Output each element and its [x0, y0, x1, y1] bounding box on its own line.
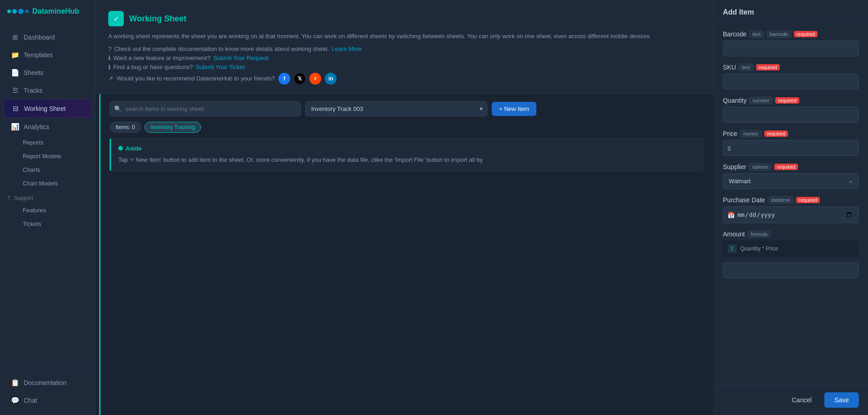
sheet-selector[interactable]: Inventory Track 003: [305, 101, 487, 116]
field-amount-label-row: Amount formula: [723, 230, 859, 238]
quantity-input[interactable]: [723, 107, 859, 123]
sidebar-item-sheets[interactable]: 📄 Sheets: [4, 64, 91, 81]
sidebar-item-label-chart-models: Chart Models: [23, 180, 58, 187]
sidebar-item-label-features: Features: [23, 207, 46, 214]
sidebar-item-dashboard[interactable]: ⊞ Dashboard: [4, 29, 91, 46]
cancel-button[interactable]: Cancel: [783, 392, 820, 408]
sidebar-navigation: ⊞ Dashboard 📁 Templates 📄 Sheets ☰ Track…: [0, 25, 95, 368]
field-sku: SKU text required: [723, 64, 859, 90]
field-price: Price money required $: [723, 130, 859, 156]
add-item-header: Add Item: [714, 0, 868, 23]
sidebar-item-tickets[interactable]: Tickets: [4, 217, 91, 230]
sidebar-item-label-sheets: Sheets: [24, 69, 44, 76]
barcode-input[interactable]: [723, 40, 859, 56]
aside-title-text: Aside: [126, 145, 141, 152]
sidebar-item-chat[interactable]: 💬 Chat: [4, 392, 91, 409]
info-info-icon-1: ℹ: [108, 55, 111, 61]
field-supplier-label-row: Supplier options required: [723, 163, 859, 170]
tag-supplier-required: required: [774, 164, 798, 170]
tag-barcode-barcode: barcode: [767, 30, 791, 38]
info-description: A working sheet represents the sheet you…: [108, 32, 701, 41]
field-amount: Amount formula Σ Quantity * Price: [723, 230, 859, 278]
price-input[interactable]: [723, 140, 859, 156]
sheets-icon: 📄: [11, 69, 19, 77]
sidebar-item-documentation[interactable]: 📋 Documentation: [4, 374, 91, 391]
info-link-social: ↗ Would you like to recommend DatamineHu…: [108, 73, 701, 85]
field-purchase-date-label: Purchase Date: [723, 196, 765, 204]
analytics-icon: 📊: [11, 123, 19, 131]
logo-dot-4: [25, 10, 29, 13]
tag-amount-formula: formula: [747, 230, 771, 238]
add-item-title: Add Item: [723, 8, 754, 16]
main-content: ✓ Working Sheet A working sheet represen…: [96, 0, 713, 415]
field-amount-label: Amount: [723, 230, 745, 238]
field-price-label-row: Price money required: [723, 130, 859, 137]
sidebar-item-label-tickets: Tickets: [23, 220, 41, 227]
field-quantity-label-row: Quantity number required: [723, 97, 859, 104]
social-facebook-button[interactable]: f: [278, 73, 290, 85]
chat-icon: 💬: [11, 396, 19, 405]
working-area: 🔍 Inventory Track 003 + New Item Items: …: [101, 94, 713, 415]
logo-dot-2: [12, 9, 17, 14]
info-link-docs: ? Check out the complete documentation t…: [108, 45, 701, 52]
tag-quantity-required: required: [775, 97, 799, 104]
field-barcode-label-row: Barcode text barcode required: [723, 30, 859, 38]
new-item-button[interactable]: + New Item: [492, 102, 536, 116]
tag-sku-text: text: [739, 64, 753, 71]
sidebar-item-label-dashboard: Dashboard: [24, 34, 55, 41]
sidebar-item-label-analytics: Analytics: [24, 123, 49, 130]
tag-quantity-number: number: [749, 97, 772, 104]
supplier-select[interactable]: Walmart Amazon Target Costco: [723, 173, 859, 189]
filter-inventory-tracking[interactable]: Inventory Tracking: [145, 122, 201, 133]
working-sheet-check-icon: ✓: [108, 11, 124, 26]
field-sku-label: SKU: [723, 64, 736, 71]
dashboard-icon: ⊞: [11, 33, 19, 41]
sidebar-footer: 📋 Documentation 💬 Chat: [0, 368, 95, 415]
social-x-button[interactable]: 𝕏: [294, 73, 306, 85]
field-quantity: Quantity number required: [723, 97, 859, 123]
sidebar-item-working-sheet[interactable]: ⊟ Working Sheet: [4, 100, 91, 118]
filter-items-count[interactable]: Items: 0: [110, 122, 141, 133]
sku-input[interactable]: [723, 74, 859, 90]
info-link-feature: ℹ Want a new feature or improvement? Sub…: [108, 55, 701, 61]
field-barcode-label: Barcode: [723, 30, 747, 38]
filter-row: Items: 0 Inventory Tracking: [110, 122, 704, 133]
support-section-label: ? Support: [0, 190, 95, 203]
sidebar-item-templates[interactable]: 📁 Templates: [4, 46, 91, 64]
new-item-label: + New Item: [499, 105, 529, 112]
social-linkedin-button[interactable]: in: [325, 73, 337, 85]
price-prefix: $: [727, 145, 731, 151]
sidebar: DatamineHub ⊞ Dashboard 📁 Templates 📄 Sh…: [0, 0, 96, 415]
social-reddit-button[interactable]: r: [309, 73, 321, 85]
info-title: Working Sheet: [129, 14, 187, 24]
share-icon: ↗: [108, 75, 113, 82]
sidebar-item-charts[interactable]: Charts: [4, 163, 91, 176]
tag-sku-required: required: [756, 64, 780, 70]
logo-icon: [7, 9, 29, 14]
sidebar-item-features[interactable]: Features: [4, 204, 91, 217]
info-link-submit-request[interactable]: Submit Your Request: [213, 55, 268, 61]
search-icon: 🔍: [114, 105, 121, 112]
sidebar-item-analytics[interactable]: 📊 Analytics: [4, 118, 91, 135]
save-button[interactable]: Save: [824, 392, 859, 408]
info-header: ✓ Working Sheet: [108, 11, 701, 26]
sidebar-item-reports[interactable]: Reports: [4, 136, 91, 149]
sidebar-item-label-templates: Templates: [24, 51, 53, 59]
info-link-learn-more[interactable]: Learn More: [332, 45, 362, 52]
search-input[interactable]: [110, 101, 301, 116]
info-link-bug: ℹ Find a bug or have questions? Submit Y…: [108, 64, 701, 70]
tag-purchase-date-datetime: datetime: [768, 196, 793, 204]
sidebar-item-chart-models[interactable]: Chart Models: [4, 177, 91, 190]
logo-dot-3: [18, 9, 24, 14]
amount-input[interactable]: [723, 262, 859, 278]
field-barcode: Barcode text barcode required: [723, 30, 859, 56]
purchase-date-input[interactable]: [723, 206, 859, 223]
price-input-wrap: $: [723, 140, 859, 156]
sidebar-item-tracks[interactable]: ☰ Tracks: [4, 82, 91, 99]
sidebar-item-label-reports: Reports: [23, 139, 44, 146]
formula-icon: Σ: [727, 244, 737, 253]
tag-barcode-required: required: [794, 31, 818, 37]
aside-block: Aside Tap '+ New Item' button to add ite…: [110, 138, 704, 171]
sidebar-item-report-models[interactable]: Report Models: [4, 150, 91, 163]
info-link-submit-ticket[interactable]: Submit Your Ticket: [196, 64, 245, 70]
